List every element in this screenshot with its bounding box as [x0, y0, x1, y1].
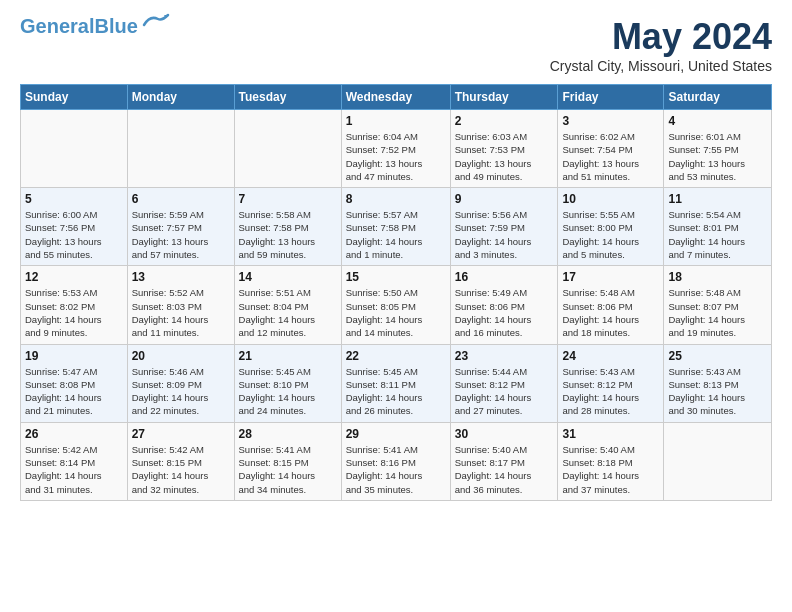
day-number: 31: [562, 427, 659, 441]
day-number: 8: [346, 192, 446, 206]
day-number: 22: [346, 349, 446, 363]
day-info: Sunrise: 5:44 AMSunset: 8:12 PMDaylight:…: [455, 365, 554, 418]
calendar-cell: [234, 110, 341, 188]
calendar-cell: 26Sunrise: 5:42 AMSunset: 8:14 PMDayligh…: [21, 422, 128, 500]
calendar-cell: 8Sunrise: 5:57 AMSunset: 7:58 PMDaylight…: [341, 188, 450, 266]
calendar-cell: [21, 110, 128, 188]
day-number: 20: [132, 349, 230, 363]
day-number: 1: [346, 114, 446, 128]
column-header-sunday: Sunday: [21, 85, 128, 110]
calendar-cell: 22Sunrise: 5:45 AMSunset: 8:11 PMDayligh…: [341, 344, 450, 422]
day-info: Sunrise: 5:42 AMSunset: 8:15 PMDaylight:…: [132, 443, 230, 496]
column-header-monday: Monday: [127, 85, 234, 110]
column-header-wednesday: Wednesday: [341, 85, 450, 110]
day-info: Sunrise: 6:01 AMSunset: 7:55 PMDaylight:…: [668, 130, 767, 183]
day-number: 18: [668, 270, 767, 284]
day-number: 6: [132, 192, 230, 206]
calendar-cell: 4Sunrise: 6:01 AMSunset: 7:55 PMDaylight…: [664, 110, 772, 188]
calendar-header-row: SundayMondayTuesdayWednesdayThursdayFrid…: [21, 85, 772, 110]
day-info: Sunrise: 5:56 AMSunset: 7:59 PMDaylight:…: [455, 208, 554, 261]
day-info: Sunrise: 5:59 AMSunset: 7:57 PMDaylight:…: [132, 208, 230, 261]
day-info: Sunrise: 5:49 AMSunset: 8:06 PMDaylight:…: [455, 286, 554, 339]
day-number: 13: [132, 270, 230, 284]
calendar-cell: 1Sunrise: 6:04 AMSunset: 7:52 PMDaylight…: [341, 110, 450, 188]
day-info: Sunrise: 6:04 AMSunset: 7:52 PMDaylight:…: [346, 130, 446, 183]
day-number: 27: [132, 427, 230, 441]
calendar-cell: 3Sunrise: 6:02 AMSunset: 7:54 PMDaylight…: [558, 110, 664, 188]
calendar-cell: 5Sunrise: 6:00 AMSunset: 7:56 PMDaylight…: [21, 188, 128, 266]
day-info: Sunrise: 5:55 AMSunset: 8:00 PMDaylight:…: [562, 208, 659, 261]
day-info: Sunrise: 5:41 AMSunset: 8:16 PMDaylight:…: [346, 443, 446, 496]
day-info: Sunrise: 5:50 AMSunset: 8:05 PMDaylight:…: [346, 286, 446, 339]
day-number: 16: [455, 270, 554, 284]
calendar-cell: 27Sunrise: 5:42 AMSunset: 8:15 PMDayligh…: [127, 422, 234, 500]
day-number: 24: [562, 349, 659, 363]
column-header-saturday: Saturday: [664, 85, 772, 110]
calendar-cell: 17Sunrise: 5:48 AMSunset: 8:06 PMDayligh…: [558, 266, 664, 344]
calendar-cell: 10Sunrise: 5:55 AMSunset: 8:00 PMDayligh…: [558, 188, 664, 266]
calendar-cell: 28Sunrise: 5:41 AMSunset: 8:15 PMDayligh…: [234, 422, 341, 500]
day-info: Sunrise: 5:45 AMSunset: 8:10 PMDaylight:…: [239, 365, 337, 418]
day-info: Sunrise: 5:48 AMSunset: 8:07 PMDaylight:…: [668, 286, 767, 339]
calendar-cell: 6Sunrise: 5:59 AMSunset: 7:57 PMDaylight…: [127, 188, 234, 266]
calendar-cell: 16Sunrise: 5:49 AMSunset: 8:06 PMDayligh…: [450, 266, 558, 344]
calendar-cell: 18Sunrise: 5:48 AMSunset: 8:07 PMDayligh…: [664, 266, 772, 344]
calendar-cell: 11Sunrise: 5:54 AMSunset: 8:01 PMDayligh…: [664, 188, 772, 266]
page-header: GeneralBlue May 2024 Crystal City, Misso…: [20, 16, 772, 74]
day-info: Sunrise: 6:00 AMSunset: 7:56 PMDaylight:…: [25, 208, 123, 261]
location: Crystal City, Missouri, United States: [550, 58, 772, 74]
day-info: Sunrise: 5:45 AMSunset: 8:11 PMDaylight:…: [346, 365, 446, 418]
calendar-week-row: 1Sunrise: 6:04 AMSunset: 7:52 PMDaylight…: [21, 110, 772, 188]
day-info: Sunrise: 5:51 AMSunset: 8:04 PMDaylight:…: [239, 286, 337, 339]
day-number: 7: [239, 192, 337, 206]
calendar-cell: 25Sunrise: 5:43 AMSunset: 8:13 PMDayligh…: [664, 344, 772, 422]
calendar-cell: 13Sunrise: 5:52 AMSunset: 8:03 PMDayligh…: [127, 266, 234, 344]
day-info: Sunrise: 5:43 AMSunset: 8:12 PMDaylight:…: [562, 365, 659, 418]
logo-text: GeneralBlue: [20, 16, 138, 36]
day-number: 30: [455, 427, 554, 441]
day-number: 14: [239, 270, 337, 284]
day-info: Sunrise: 5:57 AMSunset: 7:58 PMDaylight:…: [346, 208, 446, 261]
day-info: Sunrise: 6:02 AMSunset: 7:54 PMDaylight:…: [562, 130, 659, 183]
day-number: 28: [239, 427, 337, 441]
day-number: 29: [346, 427, 446, 441]
calendar-cell: 21Sunrise: 5:45 AMSunset: 8:10 PMDayligh…: [234, 344, 341, 422]
calendar-week-row: 12Sunrise: 5:53 AMSunset: 8:02 PMDayligh…: [21, 266, 772, 344]
calendar-week-row: 26Sunrise: 5:42 AMSunset: 8:14 PMDayligh…: [21, 422, 772, 500]
day-number: 23: [455, 349, 554, 363]
column-header-tuesday: Tuesday: [234, 85, 341, 110]
day-info: Sunrise: 5:41 AMSunset: 8:15 PMDaylight:…: [239, 443, 337, 496]
day-number: 5: [25, 192, 123, 206]
calendar-cell: 31Sunrise: 5:40 AMSunset: 8:18 PMDayligh…: [558, 422, 664, 500]
day-info: Sunrise: 5:43 AMSunset: 8:13 PMDaylight:…: [668, 365, 767, 418]
title-block: May 2024 Crystal City, Missouri, United …: [550, 16, 772, 74]
calendar-cell: 2Sunrise: 6:03 AMSunset: 7:53 PMDaylight…: [450, 110, 558, 188]
column-header-thursday: Thursday: [450, 85, 558, 110]
day-number: 11: [668, 192, 767, 206]
day-info: Sunrise: 5:54 AMSunset: 8:01 PMDaylight:…: [668, 208, 767, 261]
calendar-cell: 24Sunrise: 5:43 AMSunset: 8:12 PMDayligh…: [558, 344, 664, 422]
day-info: Sunrise: 5:47 AMSunset: 8:08 PMDaylight:…: [25, 365, 123, 418]
day-info: Sunrise: 5:46 AMSunset: 8:09 PMDaylight:…: [132, 365, 230, 418]
calendar-cell: [664, 422, 772, 500]
calendar-cell: 7Sunrise: 5:58 AMSunset: 7:58 PMDaylight…: [234, 188, 341, 266]
calendar-cell: 9Sunrise: 5:56 AMSunset: 7:59 PMDaylight…: [450, 188, 558, 266]
calendar-cell: 20Sunrise: 5:46 AMSunset: 8:09 PMDayligh…: [127, 344, 234, 422]
column-header-friday: Friday: [558, 85, 664, 110]
day-number: 21: [239, 349, 337, 363]
calendar-cell: 30Sunrise: 5:40 AMSunset: 8:17 PMDayligh…: [450, 422, 558, 500]
calendar-cell: 15Sunrise: 5:50 AMSunset: 8:05 PMDayligh…: [341, 266, 450, 344]
month-title: May 2024: [550, 16, 772, 58]
day-info: Sunrise: 5:48 AMSunset: 8:06 PMDaylight:…: [562, 286, 659, 339]
day-number: 15: [346, 270, 446, 284]
day-info: Sunrise: 5:52 AMSunset: 8:03 PMDaylight:…: [132, 286, 230, 339]
calendar-cell: 23Sunrise: 5:44 AMSunset: 8:12 PMDayligh…: [450, 344, 558, 422]
calendar-cell: 29Sunrise: 5:41 AMSunset: 8:16 PMDayligh…: [341, 422, 450, 500]
calendar-cell: 19Sunrise: 5:47 AMSunset: 8:08 PMDayligh…: [21, 344, 128, 422]
day-info: Sunrise: 5:40 AMSunset: 8:17 PMDaylight:…: [455, 443, 554, 496]
calendar-week-row: 5Sunrise: 6:00 AMSunset: 7:56 PMDaylight…: [21, 188, 772, 266]
day-number: 10: [562, 192, 659, 206]
day-number: 25: [668, 349, 767, 363]
calendar-table: SundayMondayTuesdayWednesdayThursdayFrid…: [20, 84, 772, 501]
logo: GeneralBlue: [20, 16, 170, 36]
